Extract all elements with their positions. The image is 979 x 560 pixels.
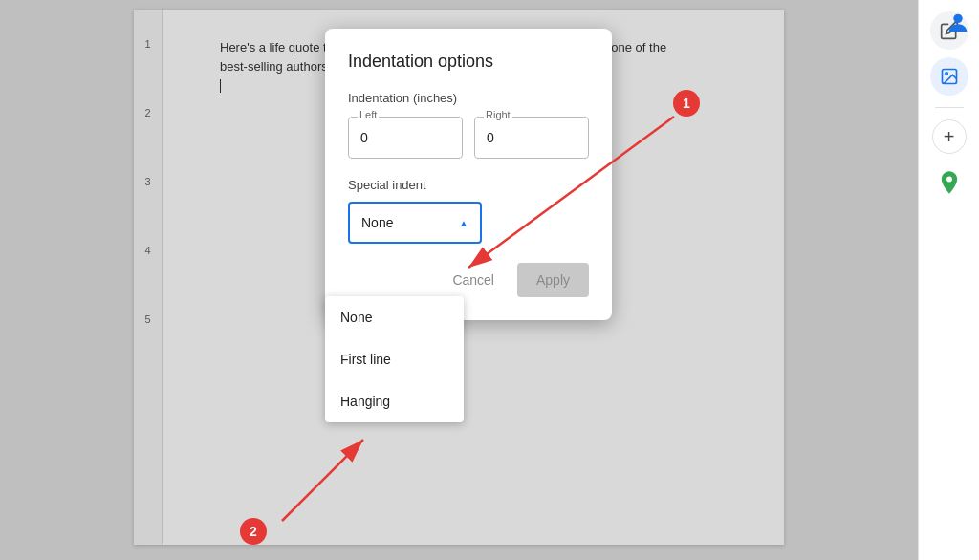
special-indent-dropdown: None First line Hanging	[325, 296, 464, 422]
special-indent-label: Special indent	[348, 178, 589, 192]
special-indent-select[interactable]: None ▲	[348, 202, 482, 244]
left-indent-group: Left	[348, 117, 463, 159]
apply-button[interactable]: Apply	[517, 263, 589, 297]
plus-icon: +	[944, 126, 955, 148]
left-indent-input[interactable]	[348, 117, 463, 159]
svg-point-1	[945, 73, 947, 75]
indentation-inputs: Left Right	[348, 117, 589, 159]
select-value: None	[361, 215, 393, 230]
cancel-button[interactable]: Cancel	[437, 263, 510, 297]
svg-point-3	[946, 177, 952, 183]
image-icon-button[interactable]	[930, 57, 968, 96]
modal-buttons: Cancel Apply	[348, 263, 589, 297]
indentation-section-label: Indentation (inches)	[348, 91, 589, 105]
dropdown-item-first-line[interactable]: First line	[325, 338, 464, 380]
sidebar-divider	[935, 107, 964, 108]
modal-title: Indentation options	[348, 52, 589, 72]
user-avatar-icon	[945, 10, 971, 36]
right-sidebar: +	[918, 0, 979, 560]
chevron-up-icon: ▲	[459, 218, 468, 228]
indentation-dialog: Indentation options Indentation (inches)…	[325, 29, 612, 320]
left-label: Left	[358, 109, 379, 120]
svg-point-2	[953, 14, 962, 23]
dropdown-item-hanging[interactable]: Hanging	[325, 380, 464, 422]
add-button[interactable]: +	[932, 119, 967, 154]
dropdown-item-none[interactable]: None	[325, 296, 464, 338]
map-pin-icon	[936, 169, 963, 196]
right-label: Right	[484, 109, 512, 120]
map-pin-button[interactable]	[936, 169, 963, 200]
right-indent-group: Right	[474, 117, 589, 159]
right-indent-input[interactable]	[474, 117, 589, 159]
